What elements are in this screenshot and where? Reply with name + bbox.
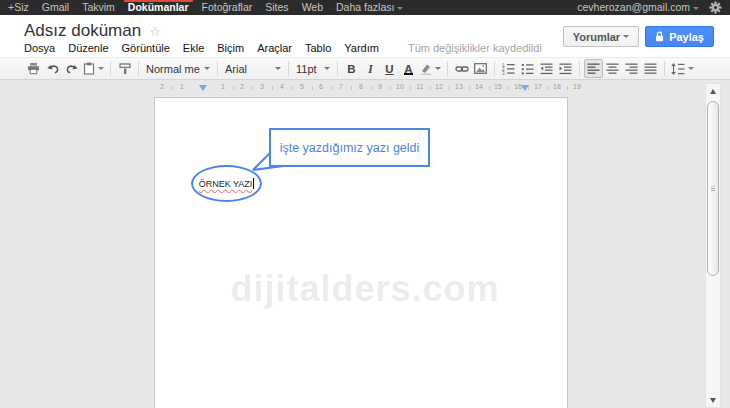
menu-bar: Dosya Düzenle Görüntüle Ekle Biçim Araçl…	[24, 42, 542, 54]
ruler-number: 18	[553, 83, 561, 90]
nav-sites[interactable]: Sites	[265, 0, 288, 15]
ruler-number: 12	[435, 83, 443, 90]
google-docs-app: +Siz Gmail Takvim Dokümanlar Fotoğraflar…	[0, 0, 730, 408]
align-right-button[interactable]	[622, 59, 641, 78]
text-color-button[interactable]: A	[399, 59, 418, 78]
menu-format[interactable]: Biçim	[217, 42, 244, 54]
comments-button-label: Yorumlar	[573, 31, 620, 43]
share-button-label: Paylaş	[669, 31, 704, 43]
ruler-number: 1	[221, 83, 225, 90]
chevron-down-icon	[324, 67, 330, 70]
font-dropdown[interactable]: Arial	[222, 59, 284, 78]
paint-format-icon	[119, 63, 131, 75]
ruler-tick	[272, 86, 273, 90]
decrease-indent-button[interactable]	[537, 59, 556, 78]
ruler-tick	[548, 86, 549, 90]
align-left-button[interactable]	[584, 59, 603, 78]
comments-button[interactable]: Yorumlar	[563, 26, 639, 47]
chevron-down-icon	[275, 67, 281, 70]
menu-edit[interactable]: Düzenle	[68, 42, 108, 54]
bulleted-list-icon	[521, 63, 534, 75]
gear-icon[interactable]	[709, 1, 722, 14]
menu-view[interactable]: Görüntüle	[122, 42, 170, 54]
insert-image-button[interactable]	[471, 59, 490, 78]
increase-indent-button[interactable]	[556, 59, 575, 78]
ellipse-shape[interactable]: ÖRNEK YAZI	[191, 165, 262, 202]
ruler-number: 6	[319, 83, 323, 90]
nav-more-label: Daha fazlası	[336, 1, 394, 13]
nav-photos[interactable]: Fotoğraflar	[202, 0, 253, 15]
toolbar-separator	[138, 61, 139, 76]
ruler-number: 9	[378, 83, 382, 90]
chevron-down-icon	[623, 35, 629, 38]
ruler-number: 1	[180, 83, 184, 90]
document-page[interactable]: işte yazdığımız yazı geldi ÖRNEK YAZI di…	[154, 97, 568, 408]
italic-button[interactable]: I	[361, 59, 380, 78]
toolbar-separator	[447, 61, 448, 76]
ruler-tick	[390, 86, 391, 90]
vertical-scrollbar[interactable]	[705, 83, 721, 408]
chevron-down-icon	[204, 67, 210, 70]
insert-link-button[interactable]	[452, 59, 471, 78]
account-email-menu[interactable]: cevherozan@gmail.com	[577, 0, 699, 15]
highlighter-icon	[420, 63, 432, 75]
callout-shape[interactable]: işte yazdığımız yazı geldi	[269, 128, 430, 167]
document-title[interactable]: Adsız doküman	[24, 21, 141, 41]
ruler-tick	[252, 86, 253, 90]
print-icon	[27, 62, 40, 75]
share-button[interactable]: Paylaş	[645, 26, 714, 47]
left-indent-marker[interactable]	[199, 85, 207, 91]
ruler-number: 4	[280, 83, 284, 90]
scrollbar-thumb[interactable]	[707, 101, 719, 276]
menu-file[interactable]: Dosya	[24, 42, 55, 54]
underline-button[interactable]: U	[380, 59, 399, 78]
numbered-list-button[interactable]: 1.2.3.	[499, 59, 518, 78]
scroll-up-arrow-icon[interactable]	[710, 89, 716, 94]
menu-help[interactable]: Yardım	[344, 42, 379, 54]
link-icon	[455, 63, 469, 75]
nav-gmail[interactable]: Gmail	[42, 0, 69, 15]
ruler-number: 17	[534, 83, 542, 90]
google-top-bar: +Siz Gmail Takvim Dokümanlar Fotoğraflar…	[0, 0, 730, 15]
ruler-number: 5	[300, 83, 304, 90]
line-spacing-icon	[671, 63, 685, 75]
ruler-number: 2	[240, 83, 244, 90]
paint-format-button[interactable]	[115, 59, 134, 78]
nav-plus-you[interactable]: +Siz	[8, 0, 29, 15]
undo-button[interactable]	[43, 59, 62, 78]
nav-documents[interactable]: Dokümanlar	[128, 0, 189, 15]
ruler-tick	[371, 86, 372, 90]
google-services-nav: +Siz Gmail Takvim Dokümanlar Fotoğraflar…	[8, 0, 403, 15]
print-button[interactable]	[24, 59, 43, 78]
ellipse-text: ÖRNEK YAZI	[199, 179, 253, 189]
italic-label: I	[368, 63, 372, 75]
justify-icon	[644, 63, 657, 75]
nav-web[interactable]: Web	[302, 0, 323, 15]
menu-insert[interactable]: Ekle	[183, 42, 204, 54]
menu-tools[interactable]: Araçlar	[257, 42, 292, 54]
text-color-label: A	[404, 63, 412, 75]
ruler-tick	[351, 86, 352, 90]
menu-table[interactable]: Tablo	[305, 42, 331, 54]
scroll-down-arrow-icon[interactable]	[710, 398, 716, 403]
nav-calendar[interactable]: Takvim	[82, 0, 115, 15]
font-size-dropdown[interactable]: 11pt	[293, 59, 333, 78]
save-status: Tüm değişiklikler kaydedildi	[408, 42, 542, 54]
nav-more[interactable]: Daha fazlası	[336, 0, 403, 15]
toolbar: Normal me... Arial 11pt B I U A 1.2.3.	[0, 57, 730, 80]
bulleted-list-button[interactable]	[518, 59, 537, 78]
redo-button[interactable]	[62, 59, 81, 78]
numbered-list-icon: 1.2.3.	[502, 63, 515, 75]
line-spacing-button[interactable]	[669, 59, 696, 78]
right-indent-marker[interactable]	[521, 85, 529, 91]
justify-button[interactable]	[641, 59, 660, 78]
highlight-color-button[interactable]	[418, 59, 443, 78]
web-clipboard-button[interactable]	[81, 59, 106, 78]
star-icon[interactable]: ☆	[149, 24, 161, 39]
ruler-tick	[430, 86, 431, 90]
toolbar-separator	[337, 61, 338, 76]
align-center-button[interactable]	[603, 59, 622, 78]
styles-dropdown[interactable]: Normal me...	[143, 59, 213, 78]
toolbar-separator	[110, 61, 111, 76]
bold-button[interactable]: B	[342, 59, 361, 78]
